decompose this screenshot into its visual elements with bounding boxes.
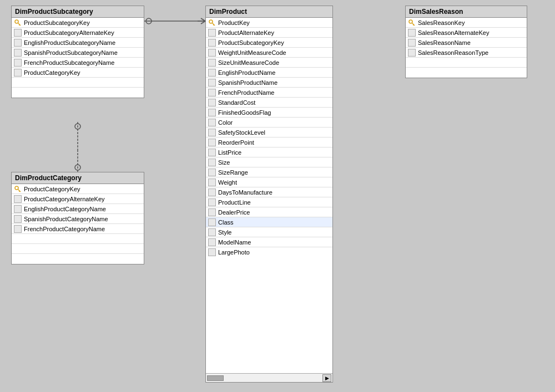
svg-point-2 <box>146 18 152 24</box>
field-icon <box>14 225 22 233</box>
field-icon <box>408 29 416 37</box>
field-icon <box>14 29 22 37</box>
table-row: SalesReasonKey <box>406 18 527 28</box>
field-icon <box>208 139 216 146</box>
scrollbar-thumb[interactable] <box>207 375 224 381</box>
field-icon <box>14 69 22 77</box>
field-icon <box>14 195 22 203</box>
field-icon <box>208 69 216 77</box>
field-icon <box>208 89 216 96</box>
table-row: SpanishProductName <box>206 78 332 88</box>
table-row: SalesReasonName <box>406 38 527 48</box>
table-row: EnglishProductCategoryName <box>12 204 144 214</box>
dim-product-subcategory-header: DimProductSubcategory <box>12 6 144 18</box>
table-row: ProductCategoryKey <box>12 68 144 78</box>
key-icon <box>14 185 22 193</box>
table-row: SizeUnitMeasureCode <box>206 58 332 68</box>
table-row: ReorderPoint <box>206 138 332 147</box>
table-row: Color <box>206 118 332 128</box>
field-icon <box>208 149 216 156</box>
table-row: LargePhoto <box>206 247 332 257</box>
table-row: FinishedGoodsFlag <box>206 108 332 118</box>
svg-point-13 <box>15 186 18 190</box>
field-icon <box>14 49 22 57</box>
table-row <box>12 254 144 264</box>
table-row: ProductKey <box>206 18 332 28</box>
table-row: DealerPrice <box>206 207 332 217</box>
svg-point-9 <box>75 165 80 170</box>
diagram-canvas: DimProductSubcategory ProductSubcategory… <box>0 0 555 392</box>
svg-point-19 <box>409 20 412 23</box>
dim-product-header: DimProduct <box>206 6 332 18</box>
table-row: SafetyStockLevel <box>206 128 332 138</box>
dim-product-subcategory-table: DimProductSubcategory ProductSubcategory… <box>11 6 144 98</box>
field-icon <box>208 208 216 216</box>
table-row: Style <box>206 227 332 237</box>
table-row <box>406 58 527 68</box>
field-icon <box>208 228 216 236</box>
key-icon <box>14 19 22 27</box>
table-row <box>12 78 144 88</box>
table-row: ProductLine <box>206 197 332 207</box>
table-row <box>12 88 144 98</box>
table-row: EnglishProductSubcategoryName <box>12 38 144 48</box>
dim-product-body[interactable]: ProductKey ProductAlternateKey ProductSu… <box>206 18 332 328</box>
field-icon <box>408 39 416 47</box>
field-icon <box>208 59 216 67</box>
field-icon <box>208 99 216 106</box>
table-row <box>12 244 144 254</box>
table-row: SpanishProductSubcategoryName <box>12 48 144 58</box>
field-icon <box>208 39 216 47</box>
dim-product-subcategory-body: ProductSubcategoryKey ProductSubcategory… <box>12 18 144 98</box>
field-icon <box>208 169 216 176</box>
table-row: ProductAlternateKey <box>206 28 332 38</box>
field-icon <box>208 109 216 116</box>
scroll-right-button[interactable]: ▶ <box>322 374 331 382</box>
dim-sales-reason-table: DimSalesReason SalesReasonKey SalesReaso… <box>405 6 527 78</box>
table-row: FrenchProductSubcategoryName <box>12 58 144 68</box>
table-row: StandardCost <box>206 98 332 108</box>
svg-point-10 <box>15 20 18 23</box>
dim-product-category-table: DimProductCategory ProductCategoryKey Pr… <box>11 172 144 264</box>
field-icon <box>208 129 216 136</box>
table-row: ProductCategoryAlternateKey <box>12 194 144 204</box>
svg-line-4 <box>201 21 205 24</box>
horizontal-scrollbar[interactable]: ▶ <box>206 373 332 382</box>
table-row: SalesReasonAlternateKey <box>406 28 527 38</box>
table-row: ProductSubcategoryAlternateKey <box>12 28 144 38</box>
table-row: ProductCategoryKey <box>12 184 144 194</box>
table-row: Weight <box>206 177 332 187</box>
table-row: SalesReasonReasonType <box>406 48 527 58</box>
field-icon <box>14 39 22 47</box>
dim-sales-reason-header: DimSalesReason <box>406 6 527 18</box>
field-icon <box>208 79 216 86</box>
table-row: ModelName <box>206 237 332 247</box>
field-icon <box>14 215 22 223</box>
field-icon <box>208 198 216 206</box>
key-icon <box>408 19 416 27</box>
field-icon <box>208 179 216 186</box>
field-icon <box>14 59 22 67</box>
field-icon <box>208 119 216 126</box>
field-icon <box>208 159 216 166</box>
table-row: DaysToManufacture <box>206 187 332 197</box>
dim-product-category-header: DimProductCategory <box>12 172 144 184</box>
dim-sales-reason-body: SalesReasonKey SalesReasonAlternateKey S… <box>406 18 527 78</box>
table-row: ListPrice <box>206 147 332 157</box>
table-row <box>12 234 144 244</box>
table-row: Class <box>206 217 332 227</box>
table-row: FrenchProductCategoryName <box>12 224 144 234</box>
field-icon <box>208 29 216 37</box>
field-icon <box>14 205 22 213</box>
table-row: SizeRange <box>206 167 332 177</box>
table-row <box>406 68 527 78</box>
field-icon <box>208 49 216 57</box>
dim-product-category-body: ProductCategoryKey ProductCategoryAltern… <box>12 184 144 264</box>
key-icon <box>208 19 216 27</box>
svg-point-8 <box>75 124 80 129</box>
table-row: ProductSubcategoryKey <box>12 18 144 28</box>
table-row: EnglishProductName <box>206 68 332 78</box>
svg-point-16 <box>209 20 213 23</box>
field-icon <box>208 218 216 226</box>
field-icon <box>208 238 216 246</box>
